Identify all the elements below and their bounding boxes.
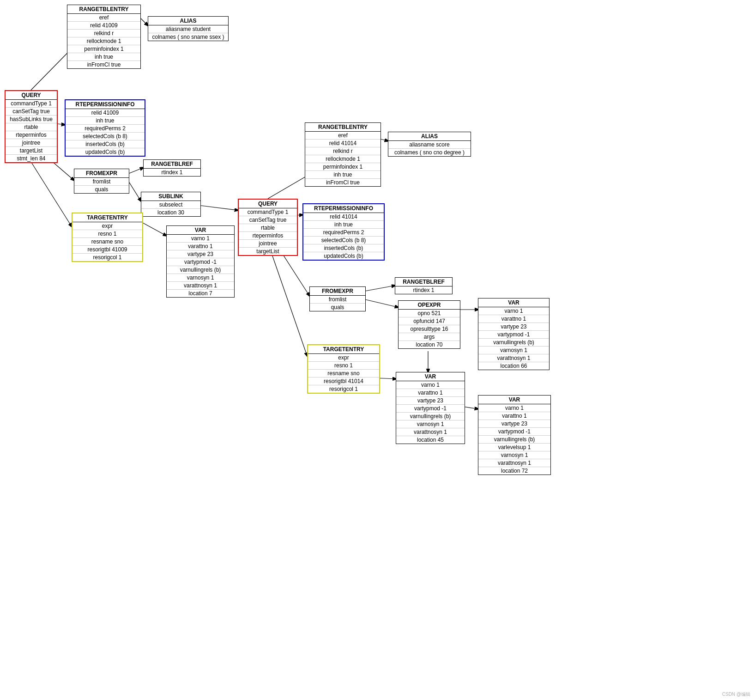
- node-row: varnosyn 1: [167, 274, 234, 282]
- node-alias-1-title: ALIAS: [148, 17, 228, 25]
- node-row: varnosyn 1: [478, 347, 549, 354]
- node-row: inh true: [305, 171, 381, 179]
- node-alias-2-title: ALIAS: [388, 132, 471, 141]
- node-targetentry-1: TARGETENTRY expr resno 1 resname sno res…: [72, 213, 143, 262]
- node-row: colnames ( sno cno degree ): [388, 149, 471, 156]
- node-row: vartype 23: [396, 397, 465, 405]
- node-row: vartype 23: [478, 323, 549, 331]
- node-row: commandType 1: [6, 100, 57, 108]
- node-row: location 66: [478, 362, 549, 370]
- node-var-1: VAR varno 1 varattno 1 vartype 23 vartyp…: [166, 225, 235, 298]
- node-var-4-title: VAR: [478, 396, 550, 404]
- node-row: rtindex 1: [144, 169, 200, 176]
- node-opexpr: OPEXPR opno 521 opfuncid 147 opresulttyp…: [398, 300, 460, 349]
- node-row: varattno 1: [167, 243, 234, 250]
- node-row: resname sno: [72, 238, 142, 246]
- node-row: fromlist: [310, 296, 365, 304]
- node-row: varattnosyn 1: [478, 354, 549, 362]
- node-row: varattno 1: [478, 412, 550, 420]
- node-rangetblref-2: RANGETBLREF rtindex 1: [395, 277, 453, 294]
- node-row: relid 41014: [303, 213, 384, 221]
- node-row: vartypmod -1: [478, 331, 549, 339]
- node-row: fromlist: [74, 178, 129, 186]
- node-targetentry-1-title: TARGETENTRY: [72, 213, 142, 222]
- node-row: requiredPerms 2: [66, 125, 145, 133]
- node-query-main: QUERY commandType 1 canSetTag true hasSu…: [5, 90, 58, 163]
- node-var-2-title: VAR: [396, 372, 465, 381]
- node-row: selectedCols (b 8): [303, 237, 384, 244]
- node-row: relid 41014: [305, 140, 381, 147]
- node-row: varnosyn 1: [478, 451, 550, 459]
- node-row: inFromCl true: [305, 179, 381, 186]
- diagram-container: QUERY commandType 1 canSetTag true hasSu…: [0, 0, 755, 700]
- node-row: aliasname student: [148, 25, 228, 33]
- node-row: inFromCl true: [67, 61, 140, 68]
- node-var-3: VAR varno 1 varattno 1 vartype 23 vartyp…: [478, 298, 550, 370]
- node-rangetblentry-2: RANGETBLENTRY eref relid 41014 relkind r…: [305, 122, 381, 187]
- node-row: relid 41009: [67, 22, 140, 30]
- node-row: updatedCols (b): [303, 252, 384, 260]
- node-row: vartypmod -1: [396, 405, 465, 413]
- node-row: canSetTag true: [239, 216, 297, 224]
- svg-line-8: [141, 222, 166, 236]
- node-row: eref: [67, 14, 140, 22]
- node-sublink: SUBLINK subselect location 30: [141, 192, 201, 217]
- node-row: expr: [308, 354, 379, 362]
- node-row: expr: [72, 222, 142, 230]
- node-row: eref: [305, 132, 381, 140]
- node-row: varno 1: [478, 307, 549, 315]
- node-row: commandType 1: [239, 208, 297, 216]
- svg-line-15: [365, 299, 398, 307]
- node-row: perminfoindex 1: [305, 163, 381, 171]
- node-query-sub: QUERY commandType 1 canSetTag true rtabl…: [238, 199, 298, 256]
- node-sublink-title: SUBLINK: [141, 192, 200, 201]
- node-fromexpr-1: FROMEXPR fromlist quals: [74, 169, 129, 194]
- node-row: varno 1: [478, 404, 550, 412]
- node-row: hasSubLinks true: [6, 116, 57, 123]
- node-row: varnullingrels (b): [478, 436, 550, 444]
- node-row: selectedCols (b 8): [66, 133, 145, 140]
- watermark: CSDN @编辑: [722, 691, 750, 698]
- node-row: varattno 1: [478, 315, 549, 323]
- svg-line-4: [141, 18, 148, 25]
- node-row: relkind r: [67, 30, 140, 37]
- node-row: resorigtbl 41014: [308, 377, 379, 385]
- node-row: inh true: [66, 117, 145, 125]
- node-row: rtable: [6, 123, 57, 131]
- node-row: resname sno: [308, 370, 379, 377]
- node-row: targetList: [239, 248, 297, 255]
- node-row: requiredPerms 2: [303, 229, 384, 237]
- node-row: inh true: [67, 53, 140, 61]
- node-row: rtindex 1: [395, 286, 452, 294]
- node-targetentry-2: TARGETENTRY expr resno 1 resname sno res…: [307, 344, 380, 394]
- node-rtepermissioninfo-1-title: RTEPERMISSIONINFO: [66, 100, 145, 109]
- node-rangetblref-2-title: RANGETBLREF: [395, 278, 452, 286]
- node-row: resorigcol 1: [72, 254, 142, 261]
- node-row: args: [399, 333, 460, 341]
- node-row: resorigtbl 41009: [72, 246, 142, 254]
- node-row: vartypmod -1: [478, 428, 550, 436]
- node-row: insertedCols (b): [303, 244, 384, 252]
- node-opexpr-title: OPEXPR: [399, 301, 460, 310]
- node-var-2: VAR varno 1 varattno 1 vartype 23 vartyp…: [396, 372, 465, 444]
- node-rangetblentry-1: RANGETBLENTRY eref relid 41009 relkind r…: [67, 5, 141, 69]
- node-row: stmt_len 84: [6, 155, 57, 162]
- node-row: varno 1: [396, 381, 465, 389]
- node-row: quals: [310, 304, 365, 311]
- node-row: rteperminfos: [6, 131, 57, 139]
- node-targetentry-2-title: TARGETENTRY: [308, 345, 379, 354]
- node-row: opresulttype 16: [399, 325, 460, 333]
- node-rangetblref-1: RANGETBLREF rtindex 1: [143, 159, 201, 177]
- node-row: opfuncid 147: [399, 317, 460, 325]
- node-row: canSetTag true: [6, 108, 57, 116]
- svg-line-3: [31, 162, 72, 226]
- svg-line-7: [201, 206, 238, 210]
- node-row: relkind r: [305, 147, 381, 155]
- node-row: vartype 23: [167, 250, 234, 258]
- node-row: jointree: [6, 139, 57, 147]
- node-row: targetList: [6, 147, 57, 155]
- node-row: resno 1: [308, 362, 379, 370]
- node-row: varlevelsup 1: [478, 444, 550, 451]
- node-row: vartype 23: [478, 420, 550, 428]
- node-row: insertedCols (b): [66, 140, 145, 148]
